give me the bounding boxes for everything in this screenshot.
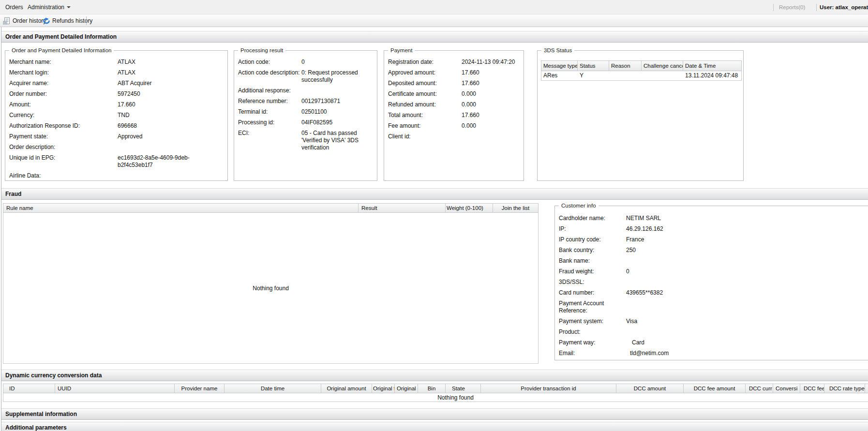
field-reference-number: Reference number:001297130871 (238, 98, 373, 105)
field-value: 04IF082595 (301, 119, 373, 126)
field-amount: Amount:17.660 (9, 101, 224, 108)
column-header: Original amount (321, 384, 372, 393)
processing-result-panel: Processing result Action code:0 Action c… (234, 50, 377, 181)
cell-message-type: ARes (541, 71, 578, 80)
field-value: 0.000 (462, 90, 520, 98)
field-value: 05 - Card has passed 'Verified by VISA' … (301, 130, 373, 151)
field-refunded-amount: Refunded amount:0.000 (388, 101, 520, 108)
fraud-table: Rule name Result Weight (0-100) Join the… (3, 203, 539, 364)
field-payment-account-reference: Payment Account Reference: (559, 300, 868, 314)
field-label: Bank name: (559, 257, 626, 265)
column-header: Challenge cancel (642, 61, 683, 71)
field-label: Processing id: (238, 119, 301, 126)
order-details-page: Orders Administration Reports(0) User: a… (0, 0, 868, 431)
dcc-empty-text: Nothing found (3, 393, 868, 401)
column-header: UUID (55, 384, 175, 393)
field-value: TND (118, 112, 224, 119)
threeds-table: Message type Status Reason Challenge can… (541, 60, 742, 81)
field-label: Airline Data: (9, 172, 118, 179)
field-label: Bank country: (559, 247, 626, 254)
column-header: DCC curr (746, 384, 773, 393)
column-header: Message type (541, 61, 578, 71)
dcc-table-header: ID UUID Provider name Date time Original… (3, 384, 868, 393)
cell-challenge-cancel (642, 71, 683, 80)
order-history-button[interactable]: Order history (13, 15, 46, 27)
column-header: Status (578, 61, 609, 71)
field-value: Approved (118, 133, 224, 140)
field-registration-date: Registration date:2024-11-13 09:47:20 (388, 59, 520, 66)
dcc-table-body: Nothing found (3, 393, 868, 402)
field-action-code: Action code:0 (238, 59, 373, 66)
supplemental-section-title: Supplemental information (1, 408, 868, 420)
page-title: Order and Payment Detailed Information (1, 31, 868, 43)
field-value: Card (626, 339, 868, 346)
column-header: Conversi (773, 384, 800, 393)
cell-date-time: 13.11.2024 09:47:48 (683, 71, 741, 80)
field-merchant-login: Merchant login:ATLAX (9, 69, 224, 76)
fraud-section-title: Fraud (1, 188, 868, 200)
field-value (118, 144, 224, 151)
column-header: Reason (609, 61, 642, 71)
dcc-section-title: Dynamic currency conversion data (1, 370, 868, 381)
field-product: Product: (559, 328, 868, 336)
column-header: Rule name (3, 204, 359, 212)
field-label: Acquirer name: (9, 80, 118, 87)
field-value: ABT Acquirer (118, 80, 224, 87)
field-deposited-amount: Deposited amount:17.660 (388, 80, 520, 87)
field-unique-id-epg: Unique id in EPG:ec1693d2-8a5e-4609-9deb… (9, 154, 224, 169)
field-value: Visa (626, 318, 868, 325)
field-value (118, 172, 224, 179)
field-label: Cardholder name: (559, 215, 626, 222)
field-order-description: Order description: (9, 144, 224, 151)
menu-administration[interactable]: Administration (26, 0, 73, 15)
customer-info-panel: Customer info Cardholder name:NETIM SARL… (554, 206, 868, 360)
field-acquirer-name: Acquirer name:ABT Acquirer (9, 80, 224, 87)
field-label: Payment state: (9, 133, 118, 140)
field-client-id: Client id: (388, 133, 520, 140)
field-value: 17.660 (462, 80, 520, 87)
column-header: DCC offer (865, 384, 868, 393)
reports-link[interactable]: Reports(0) (779, 0, 805, 15)
fraud-empty-text: Nothing found (3, 213, 538, 363)
field-label: Action code description: (238, 69, 301, 84)
field-label: Terminal id: (238, 108, 301, 116)
customer-info-legend: Customer info (559, 202, 599, 209)
field-3ds-ssl: 3DS/SSL: (559, 279, 868, 286)
field-label: Payment Account Reference: (559, 300, 612, 314)
field-label: Authorization Response ID: (9, 122, 118, 130)
field-payment-system: Payment system:Visa (559, 318, 868, 325)
field-additional-response: Additional response: (238, 87, 373, 94)
field-label: IP country code: (559, 236, 626, 243)
field-label: Payment way: (559, 339, 626, 346)
field-value: 17.660 (462, 112, 520, 119)
field-auth-response-id: Authorization Response ID:696668 (9, 122, 224, 130)
field-terminal-id: Terminal id:02501100 (238, 108, 373, 116)
column-header: Provider transaction id (481, 384, 616, 393)
order-info-legend: Order and Payment Detailed Information (9, 47, 114, 54)
field-value: NETIM SARL (626, 215, 868, 222)
field-label: Approved amount: (388, 69, 462, 76)
column-header: DCC fee amount (684, 384, 746, 393)
field-label: Refunded amount: (388, 101, 462, 108)
field-label: Total amount: (388, 112, 462, 119)
field-label: Certificate amount: (388, 90, 462, 98)
field-value: France (626, 236, 868, 243)
column-header: Weight (0-100) (446, 204, 493, 212)
field-value (626, 257, 868, 265)
column-header: Join the list (493, 204, 538, 212)
field-value (462, 133, 520, 140)
field-bank-country: Bank country:250 (559, 247, 868, 254)
column-header: State (446, 384, 481, 393)
field-value: 02501100 (301, 108, 373, 116)
field-label: Payment system: (559, 318, 626, 325)
menu-separator (773, 4, 774, 11)
field-value: 0.000 (462, 122, 520, 130)
field-label: Amount: (9, 101, 118, 108)
field-label: 3DS/SSL: (559, 279, 626, 286)
column-header: DCC rate type (824, 384, 865, 393)
field-airline-data: Airline Data: (9, 172, 224, 179)
menu-orders[interactable]: Orders (3, 0, 25, 15)
fraud-table-body: Nothing found (3, 213, 539, 364)
payment-panel: Payment Registration date:2024-11-13 09:… (384, 50, 524, 181)
field-label: Currency: (9, 112, 118, 119)
